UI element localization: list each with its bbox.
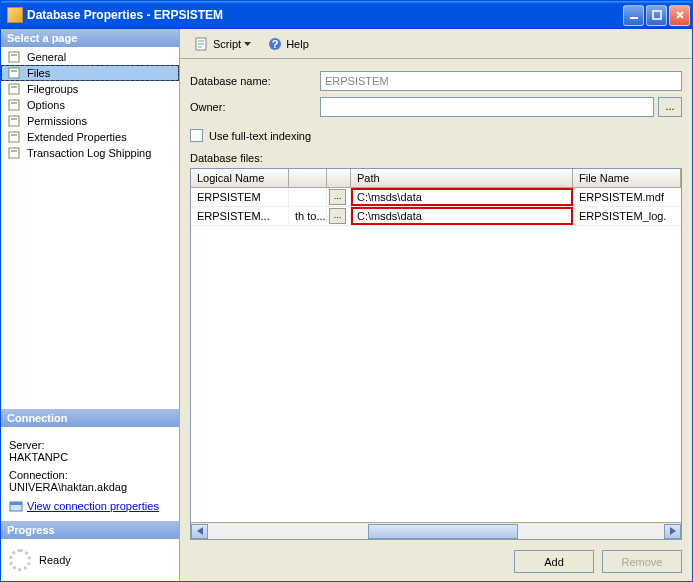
window-title: Database Properties - ERPSISTEM xyxy=(27,8,621,22)
col-path[interactable]: Path xyxy=(351,169,573,187)
owner-row: Owner: ... xyxy=(190,97,682,117)
cell-autogrow[interactable]: th to... xyxy=(289,207,327,225)
svg-rect-3 xyxy=(11,54,17,56)
bottom-buttons: Add Remove xyxy=(190,540,682,573)
progress-block: Ready xyxy=(1,539,179,581)
svg-rect-17 xyxy=(10,502,22,505)
svg-text:?: ? xyxy=(272,38,279,50)
svg-rect-9 xyxy=(11,102,17,104)
cell-logical[interactable]: ERPSISTEM... xyxy=(191,207,289,225)
remove-button: Remove xyxy=(602,550,682,573)
svg-rect-1 xyxy=(653,11,661,19)
properties-icon xyxy=(9,499,23,513)
autogrow-browse-button[interactable]: ... xyxy=(329,189,346,205)
sidebar-item-extended-properties[interactable]: Extended Properties xyxy=(1,129,179,145)
fulltext-checkbox[interactable] xyxy=(190,129,203,142)
col-spacer[interactable] xyxy=(289,169,327,187)
svg-rect-12 xyxy=(9,132,19,142)
toolbar: Script ? Help xyxy=(180,29,692,59)
server-label: Server: xyxy=(9,439,171,451)
sidebar-item-options[interactable]: Options xyxy=(1,97,179,113)
table-row[interactable]: ERPSISTEM... th to... ... C:\msds\data E… xyxy=(191,207,681,226)
table-row[interactable]: ERPSISTEM ... C:\msds\data ERPSISTEM.mdf xyxy=(191,188,681,207)
owner-label: Owner: xyxy=(190,101,320,113)
cell-path[interactable]: C:\msds\data xyxy=(351,188,573,206)
sidebar-item-label: Files xyxy=(27,67,50,79)
dbname-field xyxy=(320,71,682,91)
page-icon xyxy=(7,66,23,80)
col-spacer2[interactable] xyxy=(327,169,351,187)
page-icon xyxy=(7,82,23,96)
titlebar[interactable]: Database Properties - ERPSISTEM xyxy=(1,1,692,29)
sidebar: Select a page General Files Filegroups O… xyxy=(1,29,179,581)
cell-autogrow[interactable] xyxy=(289,188,327,206)
svg-rect-6 xyxy=(9,84,19,94)
svg-rect-0 xyxy=(630,17,638,19)
fulltext-label: Use full-text indexing xyxy=(209,130,311,142)
scroll-track[interactable] xyxy=(208,524,664,539)
sidebar-item-filegroups[interactable]: Filegroups xyxy=(1,81,179,97)
page-icon xyxy=(7,114,23,128)
sidebar-item-label: Extended Properties xyxy=(27,131,127,143)
svg-rect-10 xyxy=(9,116,19,126)
chevron-down-icon xyxy=(244,42,251,46)
sidebar-item-general[interactable]: General xyxy=(1,49,179,65)
view-connection-properties-link[interactable]: View connection properties xyxy=(9,499,159,513)
fulltext-row: Use full-text indexing xyxy=(190,129,682,142)
progress-spinner-icon xyxy=(9,549,31,571)
script-label: Script xyxy=(213,38,241,50)
col-filename[interactable]: File Name xyxy=(573,169,681,187)
page-icon xyxy=(7,130,23,144)
script-button[interactable]: Script xyxy=(188,34,257,54)
connection-label: Connection: xyxy=(9,469,171,481)
window: Database Properties - ERPSISTEM Select a… xyxy=(0,0,693,582)
page-icon xyxy=(7,146,23,160)
app-icon xyxy=(7,7,23,23)
sidebar-item-label: Permissions xyxy=(27,115,87,127)
cell-filename[interactable]: ERPSISTEM_log. xyxy=(573,210,681,222)
horizontal-scrollbar[interactable] xyxy=(191,522,681,539)
maximize-button[interactable] xyxy=(646,5,667,26)
page-icon xyxy=(7,98,23,112)
svg-rect-5 xyxy=(11,70,17,72)
sidebar-item-files[interactable]: Files xyxy=(1,65,179,81)
cell-filename[interactable]: ERPSISTEM.mdf xyxy=(573,191,681,203)
svg-rect-2 xyxy=(9,52,19,62)
sidebar-item-label: Options xyxy=(27,99,65,111)
window-body: Select a page General Files Filegroups O… xyxy=(1,29,692,581)
cell-logical[interactable]: ERPSISTEM xyxy=(191,188,289,206)
col-logical-name[interactable]: Logical Name xyxy=(191,169,289,187)
svg-rect-14 xyxy=(9,148,19,158)
sidebar-item-label: General xyxy=(27,51,66,63)
server-value: HAKTANPC xyxy=(9,451,171,463)
grid-header: Logical Name Path File Name xyxy=(191,169,681,188)
svg-rect-11 xyxy=(11,118,17,120)
sidebar-item-label: Filegroups xyxy=(27,83,78,95)
progress-status: Ready xyxy=(39,554,71,566)
sidebar-item-permissions[interactable]: Permissions xyxy=(1,113,179,129)
owner-browse-button[interactable]: ... xyxy=(658,97,682,117)
connection-block: Server: HAKTANPC Connection: UNIVERA\hak… xyxy=(1,427,179,521)
minimize-button[interactable] xyxy=(623,5,644,26)
svg-rect-4 xyxy=(9,68,19,78)
database-files-grid: Logical Name Path File Name ERPSISTEM ..… xyxy=(190,168,682,540)
scroll-left-button[interactable] xyxy=(191,524,208,539)
autogrow-browse-button[interactable]: ... xyxy=(329,208,346,224)
scroll-thumb[interactable] xyxy=(368,524,518,539)
sidebar-item-transaction-log-shipping[interactable]: Transaction Log Shipping xyxy=(1,145,179,161)
help-button[interactable]: ? Help xyxy=(261,34,315,54)
database-files-label: Database files: xyxy=(190,152,682,164)
select-page-header: Select a page xyxy=(1,29,179,47)
page-icon xyxy=(7,50,23,64)
connection-header: Connection xyxy=(1,409,179,427)
close-button[interactable] xyxy=(669,5,690,26)
add-button[interactable]: Add xyxy=(514,550,594,573)
svg-rect-7 xyxy=(11,86,17,88)
scroll-right-button[interactable] xyxy=(664,524,681,539)
page-list: General Files Filegroups Options Permiss… xyxy=(1,47,179,163)
connection-value: UNIVERA\haktan.akdag xyxy=(9,481,171,493)
dbname-label: Database name: xyxy=(190,75,320,87)
cell-path[interactable]: C:\msds\data xyxy=(351,207,573,225)
owner-field[interactable] xyxy=(320,97,654,117)
sidebar-item-label: Transaction Log Shipping xyxy=(27,147,151,159)
